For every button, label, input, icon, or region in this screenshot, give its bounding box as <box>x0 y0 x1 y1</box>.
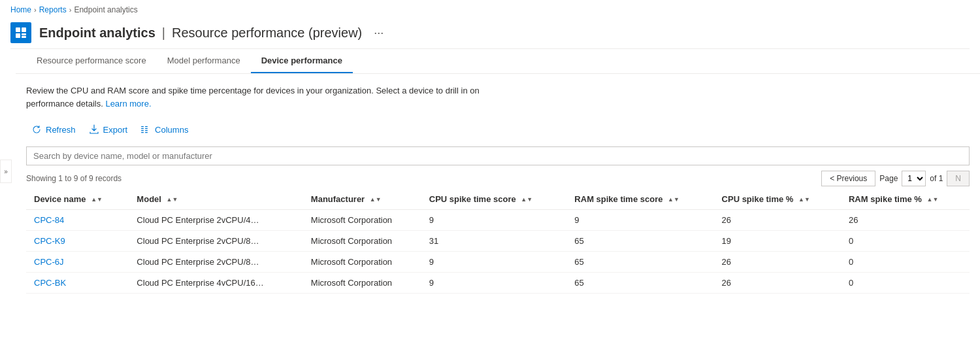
cell-ram-spike-pct: 0 <box>841 231 970 252</box>
sort-icon-manufacturer: ▲▼ <box>370 197 382 203</box>
cell-ram-spike-pct: 0 <box>841 273 970 294</box>
export-button[interactable]: Export <box>84 120 133 139</box>
svg-rect-0 <box>16 27 20 32</box>
breadcrumb-home[interactable]: Home <box>10 5 31 14</box>
svg-rect-3 <box>22 33 26 35</box>
cell-cpu-spike-score: 9 <box>421 252 567 273</box>
col-header-cpu-spike-pct[interactable]: CPU spike time % ▲▼ <box>714 189 841 210</box>
cell-device-name: CPC-6J <box>26 252 129 273</box>
svg-rect-1 <box>22 27 26 32</box>
next-button[interactable]: N <box>947 171 970 186</box>
cell-cpu-spike-pct: 26 <box>714 210 841 231</box>
cell-model: Cloud PC Enterprise 2vCPU/4… <box>129 210 302 231</box>
refresh-icon <box>31 124 42 135</box>
cell-model: Cloud PC Enterprise 2vCPU/8… <box>129 252 302 273</box>
col-header-cpu-spike-score[interactable]: CPU spike time score ▲▼ <box>421 189 567 210</box>
breadcrumb-sep-1: › <box>34 6 37 14</box>
cell-ram-spike-score: 65 <box>566 231 713 252</box>
cell-device-name: CPC-K9 <box>26 231 129 252</box>
description-text: Review the CPU and RAM score and spike t… <box>26 84 483 110</box>
svg-rect-9 <box>145 126 148 127</box>
page-icon <box>10 22 31 43</box>
previous-button[interactable]: < Previous <box>821 171 875 186</box>
cell-cpu-spike-score: 9 <box>421 273 567 294</box>
table-row: CPC-6J Cloud PC Enterprise 2vCPU/8… Micr… <box>26 252 970 273</box>
device-link[interactable]: CPC-84 <box>34 215 64 225</box>
toolbar: Refresh Export Column <box>26 120 970 139</box>
cell-ram-spike-pct: 26 <box>841 210 970 231</box>
page-title: Endpoint analytics <box>39 26 155 41</box>
sort-icon-model: ▲▼ <box>167 197 178 203</box>
cell-manufacturer: Microsoft Corporation <box>303 273 421 294</box>
tab-model-performance[interactable]: Model performance <box>157 49 251 73</box>
collapse-button[interactable]: » <box>0 160 12 183</box>
cell-device-name: CPC-84 <box>26 210 129 231</box>
page-subtitle: Resource performance (preview) <box>172 26 362 41</box>
cell-cpu-spike-pct: 26 <box>714 273 841 294</box>
svg-rect-7 <box>141 130 144 131</box>
tabs-bar: Resource performance score Model perform… <box>16 49 980 74</box>
cell-cpu-spike-score: 9 <box>421 210 567 231</box>
cell-device-name: CPC-BK <box>26 273 129 294</box>
cell-ram-spike-score: 65 <box>566 273 713 294</box>
cell-cpu-spike-pct: 19 <box>714 231 841 252</box>
page-label: Page <box>879 174 898 183</box>
cell-ram-spike-score: 65 <box>566 252 713 273</box>
table-row: CPC-BK Cloud PC Enterprise 4vCPU/16… Mic… <box>26 273 970 294</box>
table-row: CPC-84 Cloud PC Enterprise 2vCPU/4… Micr… <box>26 210 970 231</box>
col-header-ram-spike-score[interactable]: RAM spike time score ▲▼ <box>566 189 713 210</box>
export-icon <box>89 124 99 135</box>
showing-records: Showing 1 to 9 of 9 records <box>26 174 122 183</box>
sort-icon-device-name: ▲▼ <box>91 197 103 203</box>
table-row: CPC-K9 Cloud PC Enterprise 2vCPU/8… Micr… <box>26 231 970 252</box>
table-meta: Showing 1 to 9 of 9 records < Previous P… <box>26 171 970 186</box>
pagination: < Previous Page 1 of 1 N <box>821 171 970 186</box>
data-table: Device name ▲▼ Model ▲▼ Manufacturer ▲▼ … <box>26 189 970 294</box>
svg-rect-11 <box>145 130 148 131</box>
breadcrumb-current: Endpoint analytics <box>74 5 137 14</box>
svg-rect-10 <box>145 128 148 129</box>
cell-manufacturer: Microsoft Corporation <box>303 231 421 252</box>
cell-cpu-spike-score: 31 <box>421 231 567 252</box>
sort-icon-cpu-spike-pct: ▲▼ <box>798 197 810 203</box>
page-title-group: Endpoint analytics | Resource performanc… <box>39 26 362 41</box>
table-body: CPC-84 Cloud PC Enterprise 2vCPU/4… Micr… <box>26 210 970 294</box>
sort-icon-ram-spike-pct: ▲▼ <box>927 197 939 203</box>
columns-icon <box>140 124 151 135</box>
page-header: Endpoint analytics | Resource performanc… <box>0 20 980 48</box>
breadcrumb-reports[interactable]: Reports <box>39 5 67 14</box>
learn-more-link[interactable]: Learn more. <box>105 99 151 109</box>
refresh-button[interactable]: Refresh <box>26 120 81 139</box>
page-title-sep: | <box>162 26 165 41</box>
sort-icon-ram-spike-score: ▲▼ <box>668 197 679 203</box>
col-header-ram-spike-pct[interactable]: RAM spike time % ▲▼ <box>841 189 970 210</box>
tab-device-performance[interactable]: Device performance <box>251 49 353 73</box>
breadcrumb: Home › Reports › Endpoint analytics <box>0 0 980 20</box>
cell-manufacturer: Microsoft Corporation <box>303 252 421 273</box>
svg-rect-2 <box>16 33 20 38</box>
svg-rect-4 <box>22 36 26 38</box>
device-link[interactable]: CPC-BK <box>34 278 66 288</box>
tab-content: Review the CPU and RAM score and spike t… <box>16 74 980 294</box>
search-input[interactable] <box>26 146 970 165</box>
svg-rect-12 <box>145 132 148 133</box>
col-header-device-name[interactable]: Device name ▲▼ <box>26 189 129 210</box>
svg-rect-8 <box>141 132 144 133</box>
tab-resource-performance-score[interactable]: Resource performance score <box>26 49 157 73</box>
device-link[interactable]: CPC-K9 <box>34 236 65 246</box>
of-label: of 1 <box>930 174 943 183</box>
col-header-model[interactable]: Model ▲▼ <box>129 189 302 210</box>
cell-ram-spike-score: 9 <box>566 210 713 231</box>
device-link[interactable]: CPC-6J <box>34 257 64 267</box>
cell-cpu-spike-pct: 26 <box>714 252 841 273</box>
svg-rect-6 <box>141 128 144 129</box>
cell-model: Cloud PC Enterprise 4vCPU/16… <box>129 273 302 294</box>
page-select[interactable]: 1 <box>902 171 926 186</box>
breadcrumb-sep-2: › <box>69 6 72 14</box>
sort-icon-cpu-spike-score: ▲▼ <box>521 197 532 203</box>
more-options-button[interactable]: ··· <box>370 25 387 41</box>
svg-rect-5 <box>141 126 144 127</box>
col-header-manufacturer[interactable]: Manufacturer ▲▼ <box>303 189 421 210</box>
content-area: » Resource performance score Model perfo… <box>0 49 980 294</box>
columns-button[interactable]: Columns <box>135 120 193 139</box>
